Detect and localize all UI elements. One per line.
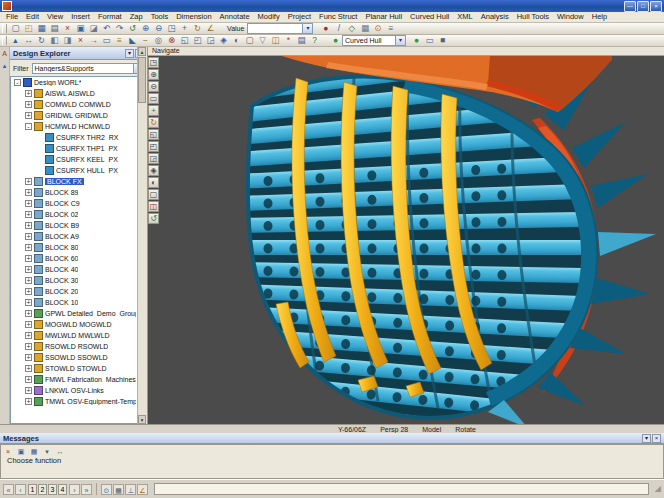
- move-icon[interactable]: ↔: [22, 35, 35, 46]
- tree-item[interactable]: CSURFX HULL_PX: [11, 165, 146, 176]
- save-icon[interactable]: ▦: [29, 447, 39, 456]
- select-tool-icon[interactable]: ▴: [0, 61, 9, 70]
- menu-window[interactable]: Window: [553, 12, 588, 22]
- tree-item[interactable]: +MOGWLD MOGWLD: [11, 319, 146, 330]
- scroll-up-icon[interactable]: ▲: [138, 47, 146, 56]
- shade-mode-icon[interactable]: ◐: [148, 177, 159, 188]
- menu-hull-tools[interactable]: Hull Tools: [513, 12, 553, 22]
- menu-analysis[interactable]: Analysis: [477, 12, 513, 22]
- tree-item[interactable]: +BLOCK 89: [11, 187, 146, 198]
- top-view-icon[interactable]: ◰: [191, 35, 204, 46]
- help-tool-icon[interactable]: ?: [308, 35, 321, 46]
- tree-expander[interactable]: +: [25, 365, 32, 372]
- hide-icon[interactable]: ▽: [256, 35, 269, 46]
- viewport-3d[interactable]: Navigate: [148, 47, 664, 424]
- last-page-icon[interactable]: »: [81, 484, 92, 495]
- tree-item[interactable]: CSURFX THP1_PX: [11, 143, 146, 154]
- offset-icon[interactable]: ◨: [61, 35, 74, 46]
- tree-item[interactable]: +GPWL Detailed_Demo_Groups: [11, 308, 146, 319]
- copy-icon[interactable]: ▣: [16, 447, 26, 456]
- toolbar-grip[interactable]: [2, 24, 7, 33]
- command-input[interactable]: [154, 483, 649, 495]
- close-icon[interactable]: ×: [652, 434, 661, 443]
- refresh-view-icon[interactable]: ↺: [148, 213, 159, 224]
- tree-expander[interactable]: -: [14, 79, 21, 86]
- tree-expander[interactable]: +: [25, 387, 32, 394]
- tree-item[interactable]: +FMWL Fabrication_Machines: [11, 374, 146, 385]
- redo-icon[interactable]: ↷: [113, 23, 126, 34]
- explorer-scrollbar[interactable]: ▲ ▼: [137, 47, 147, 424]
- measure-icon[interactable]: ∠: [204, 23, 217, 34]
- menu-modify[interactable]: Modify: [254, 12, 284, 22]
- pan-icon[interactable]: +: [148, 105, 159, 116]
- tree-item[interactable]: +RSOWLD RSOWLD: [11, 341, 146, 352]
- status-ok-icon[interactable]: ●: [329, 35, 342, 46]
- clear-icon[interactable]: ×: [3, 447, 13, 456]
- print-icon[interactable]: ▤: [48, 23, 61, 34]
- ortho-mode-icon[interactable]: ⊥: [125, 484, 136, 495]
- menu-view[interactable]: View: [43, 12, 67, 22]
- mirror-icon[interactable]: ◧: [48, 35, 61, 46]
- tree-expander[interactable]: +: [25, 277, 32, 284]
- tree-item[interactable]: +BLOCK 30: [11, 275, 146, 286]
- apply-icon[interactable]: ●: [410, 35, 423, 46]
- plane-icon[interactable]: ◇: [345, 23, 358, 34]
- tree-expander[interactable]: +: [25, 376, 32, 383]
- paste-icon[interactable]: ◪: [87, 23, 100, 34]
- line-icon[interactable]: /: [332, 23, 345, 34]
- filter-icon[interactable]: ▾: [42, 447, 52, 456]
- side-view-icon[interactable]: ◲: [204, 35, 217, 46]
- menu-project[interactable]: Project: [284, 12, 315, 22]
- value-combo[interactable]: ▾: [247, 23, 313, 34]
- tree-expander[interactable]: +: [25, 101, 32, 108]
- menu-edit[interactable]: Edit: [22, 12, 43, 22]
- clip-view-icon[interactable]: ◫: [148, 201, 159, 212]
- prev-page-icon[interactable]: ‹: [15, 484, 26, 495]
- rotate-icon[interactable]: ↻: [35, 35, 48, 46]
- minimize-button[interactable]: —: [624, 1, 636, 12]
- grid-icon[interactable]: ▦: [358, 23, 371, 34]
- tree-item[interactable]: +BLOCK 20: [11, 286, 146, 297]
- bracket-icon[interactable]: ◣: [126, 35, 139, 46]
- trim-icon[interactable]: ×: [74, 35, 87, 46]
- tree-item[interactable]: +TMWL OSV-Equipment-Templates: [11, 396, 146, 407]
- seam-icon[interactable]: −: [139, 35, 152, 46]
- tree-item[interactable]: +BLOCK FX: [11, 176, 146, 187]
- wireframe-icon[interactable]: ▢: [243, 35, 256, 46]
- zoom-out-icon[interactable]: ⊖: [152, 23, 165, 34]
- next-page-icon[interactable]: ›: [69, 484, 80, 495]
- curved-hull-combo[interactable]: Curved Hull ▾: [342, 35, 406, 46]
- menu-curved-hull[interactable]: Curved Hull: [406, 12, 453, 22]
- tree-item[interactable]: +MWLWLD MWLWLD: [11, 330, 146, 341]
- tree-expander[interactable]: +: [25, 332, 32, 339]
- save-icon[interactable]: ▦: [35, 23, 48, 34]
- extend-icon[interactable]: →: [87, 35, 100, 46]
- filter-combo[interactable]: Hangers&Supports ▾: [32, 63, 144, 74]
- iso-view-icon[interactable]: ◈: [217, 35, 230, 46]
- shade-icon[interactable]: ◐: [230, 35, 243, 46]
- track-mode-icon[interactable]: ∠: [137, 484, 148, 495]
- tree-item[interactable]: +BLOCK B9: [11, 220, 146, 231]
- annotate-icon[interactable]: A: [0, 49, 9, 58]
- zoom-out-icon[interactable]: ⊖: [148, 81, 159, 92]
- tree-expander[interactable]: +: [25, 266, 32, 273]
- toolbar-grip[interactable]: [2, 36, 7, 45]
- tree-expander[interactable]: +: [25, 288, 32, 295]
- tree-item[interactable]: -Design WORL*: [11, 77, 146, 88]
- zoom-fit-icon[interactable]: ◳: [148, 57, 159, 68]
- tree-item[interactable]: +BLOCK 02: [11, 209, 146, 220]
- close-button[interactable]: ×: [650, 1, 662, 12]
- tree-item[interactable]: +BLOCK A9: [11, 231, 146, 242]
- tree-item[interactable]: +GRIDWL GRIDWLD: [11, 110, 146, 121]
- menu-zap[interactable]: Zap: [126, 12, 147, 22]
- tree-item[interactable]: +COMWLD COMWLD: [11, 99, 146, 110]
- new-icon[interactable]: ▢: [9, 23, 22, 34]
- top-view-icon[interactable]: ◰: [148, 141, 159, 152]
- front-view-icon[interactable]: ◱: [148, 129, 159, 140]
- tree-expander[interactable]: -: [25, 123, 32, 130]
- copy-icon[interactable]: ▣: [74, 23, 87, 34]
- rotate-view-icon[interactable]: ↻: [148, 117, 159, 128]
- select-icon[interactable]: ▴: [9, 35, 22, 46]
- snap-icon[interactable]: ⊙: [371, 23, 384, 34]
- maximize-button[interactable]: □: [637, 1, 649, 12]
